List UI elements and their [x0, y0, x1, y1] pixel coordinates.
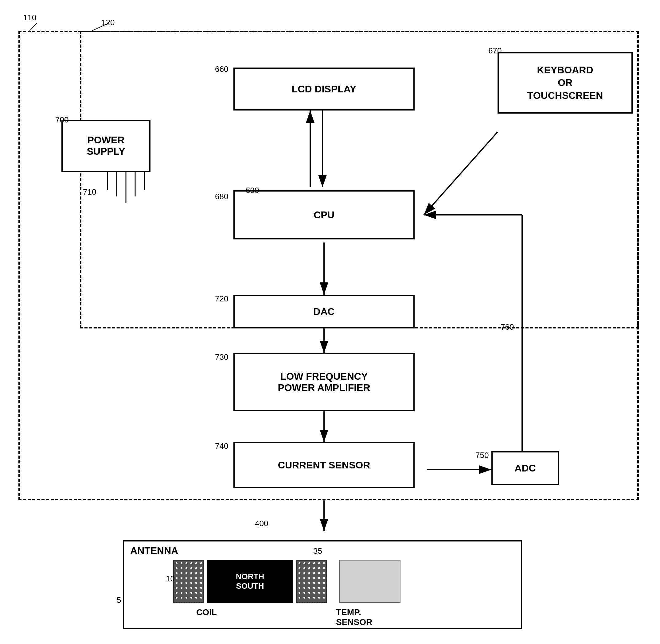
dac-label: DAC	[313, 306, 334, 317]
ref-670: 670	[488, 46, 502, 55]
adc-label: ADC	[514, 463, 536, 474]
power-supply-label: POWER SUPPLY	[87, 134, 125, 157]
temp-sensor-block	[339, 560, 400, 603]
cpu-label: CPU	[313, 209, 334, 221]
keyboard-block: KEYBOARD OR TOUCHSCREEN	[498, 52, 633, 114]
coil-text-label: COIL	[196, 607, 217, 617]
antenna-box: ANTENNA NORTH SOUTH COIL TEMP. SENSOR	[123, 540, 522, 629]
power-supply-block: POWER SUPPLY	[61, 120, 151, 172]
ref-760: 760	[501, 322, 514, 332]
ref-720: 720	[215, 294, 228, 304]
ref-680: 680	[215, 192, 228, 201]
antenna-label: ANTENNA	[130, 545, 178, 556]
ref-110: 110	[23, 13, 36, 22]
current-sensor-label: CURRENT SENSOR	[278, 460, 370, 471]
ref-660: 660	[215, 65, 228, 74]
ref-730: 730	[215, 352, 228, 362]
diagram-container: 110 120	[0, 0, 660, 644]
lf-amp-label: LOW FREQUENCY POWER AMPLIFIER	[278, 371, 370, 393]
north-label: NORTH	[236, 572, 264, 581]
ref-690: 690	[246, 186, 259, 195]
lf-amp-block: LOW FREQUENCY POWER AMPLIFIER	[234, 353, 415, 411]
coil-left-dots	[173, 560, 204, 603]
ref-5: 5	[117, 596, 121, 605]
lcd-display-block: LCD DISPLAY	[234, 68, 415, 111]
keyboard-label: KEYBOARD OR TOUCHSCREEN	[527, 64, 603, 102]
coil-right-dots	[296, 560, 327, 603]
cpu-block: CPU	[234, 190, 415, 239]
adc-block: ADC	[491, 451, 559, 485]
ref-700: 700	[55, 115, 68, 124]
current-sensor-block: CURRENT SENSOR	[234, 442, 415, 488]
dac-block: DAC	[234, 295, 415, 328]
svg-line-17	[29, 23, 37, 31]
lcd-display-label: LCD DISPLAY	[292, 84, 356, 95]
south-label: SOUTH	[236, 581, 264, 591]
temp-sensor-text-label: TEMP. SENSOR	[336, 607, 372, 627]
ref-400: 400	[255, 519, 268, 528]
ns-block: NORTH SOUTH	[207, 560, 293, 603]
ref-10: 10	[166, 574, 175, 583]
ref-710: 710	[83, 187, 96, 197]
ref-750: 750	[476, 451, 489, 460]
ref-35: 35	[313, 546, 322, 556]
ref-740: 740	[215, 441, 228, 451]
ref-120: 120	[101, 18, 114, 27]
